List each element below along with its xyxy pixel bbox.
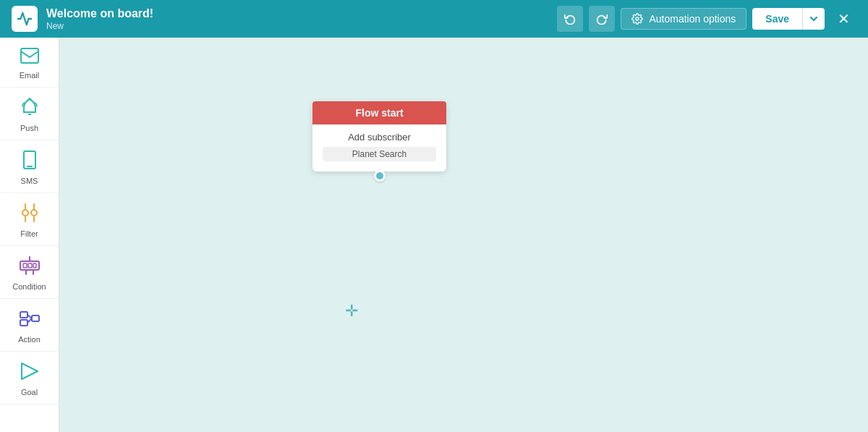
flow-node-source: Planet Search	[323, 147, 436, 161]
canvas-move-cursor: ✛	[345, 302, 358, 321]
sidebar: Email Push SMS	[0, 38, 59, 432]
sidebar-item-push-label: Push	[20, 124, 38, 132]
svg-rect-21	[20, 320, 27, 326]
main-layout: Email Push SMS	[0, 38, 868, 432]
sidebar-item-goal-label: Goal	[21, 388, 38, 397]
svg-rect-14	[23, 263, 27, 268]
save-group: Save	[752, 8, 825, 30]
email-icon	[20, 48, 39, 68]
svg-point-7	[22, 210, 28, 216]
automation-options-label: Automation options	[649, 13, 736, 25]
app-header: Welcome on board! New Automation options…	[0, 0, 868, 38]
automation-canvas[interactable]: Flow start Add subscriber Planet Search …	[59, 38, 868, 432]
condition-icon	[20, 256, 40, 279]
svg-marker-25	[22, 363, 38, 379]
flow-start-node[interactable]: Flow start Add subscriber Planet Search	[312, 101, 446, 171]
header-actions: Automation options Save ✕	[557, 6, 856, 32]
action-icon	[20, 309, 40, 332]
save-dropdown-button[interactable]	[802, 8, 825, 30]
app-logo	[12, 6, 38, 32]
svg-rect-15	[28, 263, 32, 268]
undo-button[interactable]	[557, 6, 583, 32]
sidebar-item-email[interactable]: Email	[0, 38, 59, 88]
header-title-group: Welcome on board! New	[46, 7, 548, 30]
svg-rect-20	[20, 312, 27, 318]
sidebar-item-sms[interactable]: SMS	[0, 140, 59, 193]
sidebar-item-filter[interactable]: Filter	[0, 193, 59, 246]
filter-icon	[20, 203, 39, 226]
page-title: Welcome on board!	[46, 7, 548, 20]
svg-rect-16	[33, 263, 36, 268]
automation-options-button[interactable]: Automation options	[621, 8, 746, 30]
svg-rect-22	[32, 315, 39, 321]
sidebar-item-action-label: Action	[18, 335, 41, 344]
sidebar-item-sms-label: SMS	[21, 177, 38, 185]
sidebar-item-action[interactable]: Action	[0, 299, 59, 352]
close-button[interactable]: ✕	[830, 6, 856, 32]
save-button[interactable]: Save	[752, 8, 802, 30]
sidebar-item-condition-label: Condition	[12, 282, 46, 291]
svg-point-8	[31, 210, 37, 216]
page-subtitle: New	[46, 21, 548, 31]
chevron-down-icon	[810, 15, 817, 22]
sidebar-item-email-label: Email	[20, 71, 40, 80]
flow-node-trigger: Add subscriber	[323, 132, 436, 143]
flow-node-connector[interactable]	[374, 170, 386, 182]
redo-button[interactable]	[589, 6, 615, 32]
svg-rect-1	[21, 48, 38, 63]
sidebar-item-filter-label: Filter	[20, 229, 38, 238]
sidebar-item-goal[interactable]: Goal	[0, 352, 59, 405]
sidebar-item-push[interactable]: Push	[0, 88, 59, 140]
svg-point-4	[28, 98, 30, 100]
flow-node-body: Add subscriber Planet Search	[312, 124, 446, 171]
sms-icon	[21, 151, 38, 174]
goal-icon	[20, 362, 39, 385]
sidebar-item-condition[interactable]: Condition	[0, 246, 59, 299]
svg-point-0	[636, 17, 639, 20]
gear-icon	[631, 13, 643, 25]
push-icon	[21, 98, 38, 121]
flow-node-header: Flow start	[312, 101, 446, 124]
